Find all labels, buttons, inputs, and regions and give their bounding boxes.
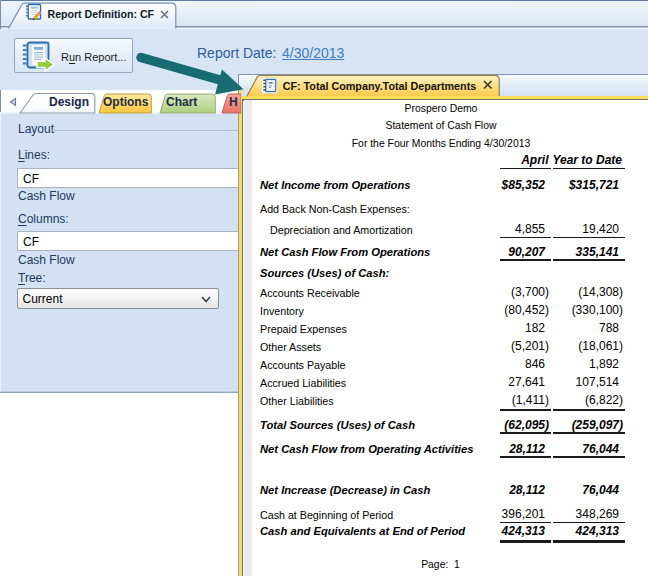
- svg-text:Report Definition: CF: Report Definition: CF: [48, 8, 155, 20]
- svg-text:CF: Total Company.Total Depart: CF: Total Company.Total Departments: [283, 80, 477, 92]
- svg-text:Design: Design: [49, 95, 89, 109]
